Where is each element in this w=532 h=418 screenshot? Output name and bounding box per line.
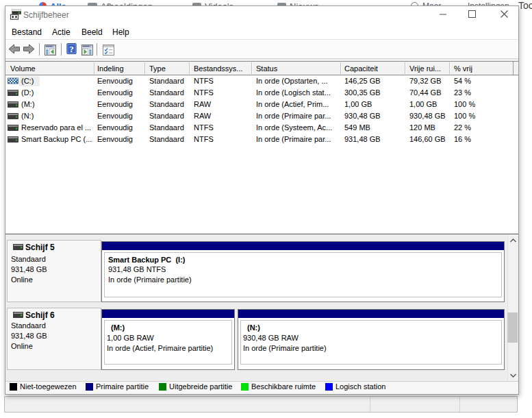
svg-text:?: ? (69, 44, 74, 54)
